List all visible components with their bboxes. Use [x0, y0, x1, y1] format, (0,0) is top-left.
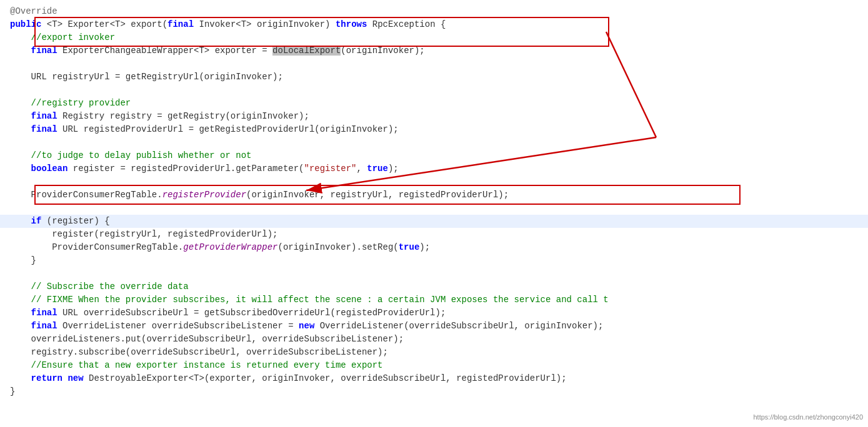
code-line-20: } — [0, 254, 868, 267]
code-line-7 — [0, 84, 868, 97]
code-line-1: @Override — [0, 5, 868, 18]
code-line-27: registry.subscribe(overrideSubscribeUrl,… — [0, 346, 868, 359]
code-line-12: //to judge to delay publish whether or n… — [0, 149, 868, 162]
code-line-16 — [0, 202, 868, 215]
code-line-13: boolean register = registedProviderUrl.g… — [0, 162, 868, 175]
code-line-18: register(registryUrl, registedProviderUr… — [0, 228, 868, 241]
code-line-19: ProviderConsumerRegTable.getProviderWrap… — [0, 241, 868, 254]
code-line-6: URL registryUrl = getRegistryUrl(originI… — [0, 71, 868, 84]
watermark: https://blog.csdn.net/zhongconyi420 — [753, 412, 863, 423]
code-line-15: ProviderConsumerRegTable.registerProvide… — [0, 189, 868, 202]
code-line-5 — [0, 57, 868, 71]
code-line-29: return new DestroyableExporter<T>(export… — [0, 372, 868, 385]
code-line-10: final URL registedProviderUrl = getRegis… — [0, 123, 868, 136]
code-line-14 — [0, 175, 868, 189]
code-line-4: final ExporterChangeableWrapper<T> expor… — [0, 44, 868, 57]
code-line-26: overrideListeners.put(overrideSubscribeU… — [0, 333, 868, 346]
code-line-28: //Ensure that a new exporter instance is… — [0, 359, 868, 372]
code-line-11 — [0, 136, 868, 149]
code-line-21 — [0, 267, 868, 280]
code-line-23: // FIXME When the provider subscribes, i… — [0, 293, 868, 307]
code-line-24: final URL overrideSubscribeUrl = getSubs… — [0, 307, 868, 320]
code-line-17: if (register) { — [0, 215, 868, 228]
code-line-9: final Registry registry = getRegistry(or… — [0, 110, 868, 123]
code-line-25: final OverrideListener overrideSubscribe… — [0, 320, 868, 333]
code-line-3: //export invoker — [0, 31, 868, 44]
code-line-8: //registry provider — [0, 97, 868, 110]
code-line-22: // Subscribe the override data — [0, 280, 868, 293]
code-container: @Override public <T> Exporter<T> export(… — [0, 0, 868, 427]
code-line-30: } — [0, 385, 868, 398]
code-line-2: public <T> Exporter<T> export(final Invo… — [0, 18, 868, 31]
